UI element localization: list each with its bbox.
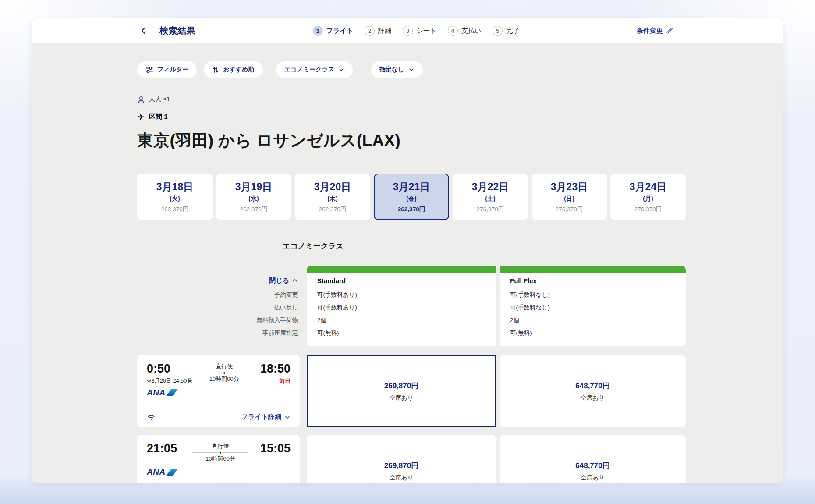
booking-stepper: 1 フライト 2 詳細 3 シート 4 支払い 5 完了 xyxy=(313,26,519,36)
departure-note: ※3月20日 24:50発 xyxy=(147,377,192,385)
standard-fare-cell-selected[interactable]: 269,870円 空席あり xyxy=(307,355,496,427)
filter-toolbar: フィルター おすすめ順 エコノミークラス 指定なし xyxy=(137,61,686,78)
date-label: 3月23日 xyxy=(551,180,588,194)
page-title: 検索結果 xyxy=(159,25,195,37)
fare-price: 648,770円 xyxy=(575,381,609,391)
weekday-label: (土) xyxy=(485,195,495,203)
route-type: 直行便 xyxy=(212,442,229,450)
passenger-label: 大人 ×1 xyxy=(149,96,170,103)
weekday-label: (水) xyxy=(248,195,259,203)
step-number: 4 xyxy=(448,26,458,36)
date-tab-mar23[interactable]: 3月23日 (日) 276,370円 xyxy=(532,174,607,220)
route-line xyxy=(192,452,248,453)
sort-arrows-icon xyxy=(212,66,219,74)
fare-column-green-bar xyxy=(500,266,686,273)
ana-swoosh-mark xyxy=(166,389,178,396)
date-tab-mar20[interactable]: 3月20日 (木) 262,370円 xyxy=(295,174,370,220)
sliders-icon xyxy=(145,66,153,74)
fare-option-dropdown[interactable]: 指定なし xyxy=(371,61,423,78)
step-label: 完了 xyxy=(506,27,519,35)
fare-attr-value: 可(手数料あり) xyxy=(317,288,485,301)
chevron-down-icon xyxy=(408,67,415,73)
seat-availability: 空席あり xyxy=(390,474,414,482)
change-conditions-link[interactable]: 条件変更 xyxy=(637,27,673,35)
date-price: 262,370円 xyxy=(398,206,425,213)
date-tab-mar24[interactable]: 3月24日 (月) 276,370円 xyxy=(610,174,686,220)
fare-column-title: Standard xyxy=(317,273,485,288)
fare-attr-label: 事前座席指定 xyxy=(137,327,298,339)
step-label: 支払い xyxy=(461,27,481,35)
fare-attr-value: 可(手数料なし) xyxy=(510,301,675,314)
person-icon xyxy=(137,96,145,103)
step-complete[interactable]: 5 完了 xyxy=(493,26,519,36)
flight-info-card: 21:05 直行便 10時間00分 15:05 ANA xyxy=(137,435,300,483)
fare-attribute-labels: 閉じる 予約変更 払い戻し 無料預入手荷物 事前座席指定 xyxy=(137,266,307,346)
date-label: 3月22日 xyxy=(472,180,509,194)
fare-column-fullflex: Full Flex 可(手数料なし) 可(手数料なし) 2個 可(無料) xyxy=(500,266,686,346)
date-tab-mar18[interactable]: 3月18日 (火) 262,370円 xyxy=(137,174,213,220)
seat-availability: 空席あり xyxy=(581,394,605,402)
date-tab-mar21-selected[interactable]: 3月21日 (金) 262,370円 xyxy=(374,174,449,220)
fare-attr-label: 予約変更 xyxy=(137,288,298,301)
step-label: シート xyxy=(416,27,436,35)
chevron-down-icon xyxy=(338,67,344,73)
arrival-day-note: 前日 xyxy=(256,377,291,385)
step-seat[interactable]: 3 シート xyxy=(403,26,436,36)
cabin-class-dropdown[interactable]: エコノミークラス xyxy=(276,61,353,78)
step-number: 3 xyxy=(403,26,413,36)
fare-column-standard: Standard 可(手数料あり) 可(手数料あり) 2個 可(無料) xyxy=(307,266,496,346)
fare-attr-label: 無料預入手荷物 xyxy=(137,314,298,327)
standard-fare-cell[interactable]: 269,870円 空席あり xyxy=(307,435,496,483)
date-price: 276,370円 xyxy=(556,206,583,213)
weekday-label: (金) xyxy=(406,195,416,203)
fare-attr-value: 2個 xyxy=(317,314,485,327)
back-button[interactable] xyxy=(139,26,148,35)
airplane-icon xyxy=(137,113,145,121)
date-price: 262,370円 xyxy=(319,206,346,213)
flight-details-label: フライト詳細 xyxy=(241,413,281,421)
date-label: 3月24日 xyxy=(630,180,666,194)
chevron-left-icon xyxy=(139,26,148,35)
collapse-fare-table-link[interactable]: 閉じる xyxy=(137,273,298,288)
fullflex-fare-cell[interactable]: 648,770円 空席あり xyxy=(500,435,686,483)
app-window: 検索結果 1 フライト 2 詳細 3 シート 4 支払い 5 完了 xyxy=(32,18,783,483)
airline-name: ANA xyxy=(147,388,166,398)
departure-time: 21:05 xyxy=(147,442,184,455)
segment-header: 区間 1 xyxy=(137,113,686,121)
filter-chip-label: フィルター xyxy=(157,66,188,74)
fullflex-fare-cell[interactable]: 648,770円 空席あり xyxy=(500,355,686,427)
step-number: 5 xyxy=(493,26,503,36)
fare-attr-value: 可(無料) xyxy=(510,327,675,339)
ana-logo: ANA xyxy=(147,388,291,398)
edit-link-label: 条件変更 xyxy=(637,27,663,35)
weekday-label: (月) xyxy=(643,195,653,203)
fare-comparison-table: 閉じる 予約変更 払い戻し 無料預入手荷物 事前座席指定 Standard 可(… xyxy=(137,266,686,346)
sort-chip-label: おすすめ順 xyxy=(223,66,254,74)
flight-details-link[interactable]: フライト詳細 xyxy=(241,413,291,421)
step-payment[interactable]: 4 支払い xyxy=(448,26,481,36)
airline-name: ANA xyxy=(147,467,166,477)
top-bar: 検索結果 1 フライト 2 詳細 3 シート 4 支払い 5 完了 xyxy=(32,18,783,43)
date-label: 3月18日 xyxy=(156,180,193,194)
step-number: 1 xyxy=(313,26,323,36)
weekday-label: (日) xyxy=(564,195,574,203)
fare-attr-value: 可(無料) xyxy=(317,327,485,339)
date-price: 262,370円 xyxy=(240,206,267,213)
pencil-icon xyxy=(666,27,673,34)
ana-swoosh-mark xyxy=(166,469,178,476)
filter-chip[interactable]: フィルター xyxy=(137,61,197,78)
flight-duration: 10時間00分 xyxy=(209,375,239,383)
date-label: 3月20日 xyxy=(314,180,351,194)
date-tab-mar22[interactable]: 3月22日 (土) 276,370円 xyxy=(453,174,528,220)
seat-availability: 空席あり xyxy=(390,394,414,402)
flight-result-row: 0:50 ※3月20日 24:50発 直行便 10時間00分 18:50 前日 … xyxy=(137,355,686,427)
step-flight[interactable]: 1 フライト xyxy=(313,26,353,36)
route-line xyxy=(196,373,252,373)
sort-chip[interactable]: おすすめ順 xyxy=(204,61,262,78)
step-label: 詳細 xyxy=(378,27,391,35)
date-tab-mar19[interactable]: 3月19日 (水) 262,370円 xyxy=(216,174,291,220)
fare-attr-label: 払い戻し xyxy=(137,301,298,314)
fare-attr-value: 2個 xyxy=(510,314,675,327)
step-details[interactable]: 2 詳細 xyxy=(365,26,391,36)
fare-price: 648,770円 xyxy=(575,461,609,471)
